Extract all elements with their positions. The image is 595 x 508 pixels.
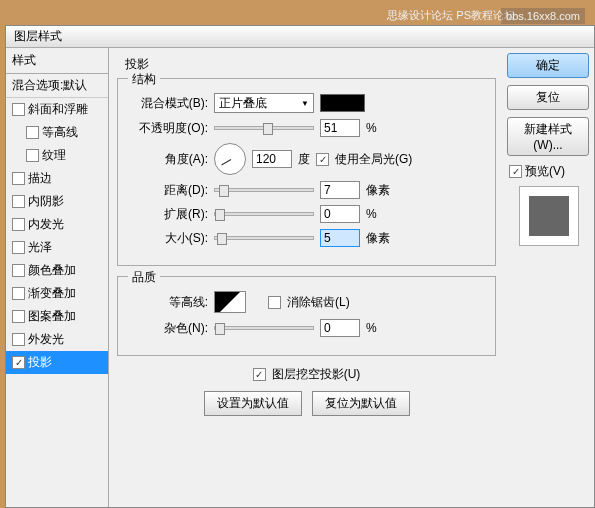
noise-slider[interactable] <box>214 326 314 330</box>
style-label: 渐变叠加 <box>28 285 76 302</box>
style-label: 图案叠加 <box>28 308 76 325</box>
antialias-label: 消除锯齿(L) <box>287 294 350 311</box>
blendmode-value: 正片叠底 <box>219 95 267 112</box>
global-light-checkbox[interactable] <box>316 153 329 166</box>
style-item[interactable]: 图案叠加 <box>6 305 108 328</box>
style-label: 描边 <box>28 170 52 187</box>
angle-input[interactable] <box>252 150 292 168</box>
size-input[interactable] <box>320 229 360 247</box>
cancel-button[interactable]: 复位 <box>507 85 589 110</box>
distance-input[interactable] <box>320 181 360 199</box>
size-unit: 像素 <box>366 230 390 247</box>
preview-checkbox[interactable] <box>509 165 522 178</box>
style-label: 光泽 <box>28 239 52 256</box>
style-checkbox[interactable] <box>12 195 25 208</box>
style-label: 颜色叠加 <box>28 262 76 279</box>
style-checkbox[interactable] <box>12 333 25 346</box>
style-label: 内阴影 <box>28 193 64 210</box>
distance-label: 距离(D): <box>128 182 208 199</box>
reset-default-button[interactable]: 复位为默认值 <box>312 391 410 416</box>
size-label: 大小(S): <box>128 230 208 247</box>
angle-dial[interactable] <box>214 143 246 175</box>
knockout-label: 图层挖空投影(U) <box>272 366 361 383</box>
styles-panel: 样式 混合选项:默认 斜面和浮雕等高线纹理描边内阴影内发光光泽颜色叠加渐变叠加图… <box>6 48 109 507</box>
preview-box <box>519 186 579 246</box>
style-item[interactable]: 渐变叠加 <box>6 282 108 305</box>
noise-input[interactable] <box>320 319 360 337</box>
slider-thumb[interactable] <box>217 233 227 245</box>
new-style-button[interactable]: 新建样式(W)... <box>507 117 589 156</box>
make-default-button[interactable]: 设置为默认值 <box>204 391 302 416</box>
slider-thumb[interactable] <box>215 323 225 335</box>
style-item[interactable]: 纹理 <box>6 144 108 167</box>
spread-slider[interactable] <box>214 212 314 216</box>
style-item[interactable]: 外发光 <box>6 328 108 351</box>
distance-unit: 像素 <box>366 182 390 199</box>
structure-fieldset: 结构 混合模式(B): 正片叠底 ▼ 不透明度(O): % 角度(A): <box>117 78 496 266</box>
style-checkbox[interactable] <box>12 356 25 369</box>
style-checkbox[interactable] <box>12 103 25 116</box>
style-list: 混合选项:默认 斜面和浮雕等高线纹理描边内阴影内发光光泽颜色叠加渐变叠加图案叠加… <box>6 74 108 374</box>
quality-fieldset: 品质 等高线: 消除锯齿(L) 杂色(N): % <box>117 276 496 356</box>
style-item[interactable]: 内发光 <box>6 213 108 236</box>
panel-title: 投影 <box>117 56 496 73</box>
distance-slider[interactable] <box>214 188 314 192</box>
structure-legend: 结构 <box>128 71 160 88</box>
ok-button[interactable]: 确定 <box>507 53 589 78</box>
style-checkbox[interactable] <box>12 287 25 300</box>
style-item[interactable]: 斜面和浮雕 <box>6 98 108 121</box>
style-item[interactable]: 投影 <box>6 351 108 374</box>
slider-thumb[interactable] <box>219 185 229 197</box>
blendmode-label: 混合模式(B): <box>128 95 208 112</box>
style-checkbox[interactable] <box>12 241 25 254</box>
style-item[interactable]: 光泽 <box>6 236 108 259</box>
style-item[interactable]: 颜色叠加 <box>6 259 108 282</box>
shadow-color-swatch[interactable] <box>320 94 365 112</box>
style-label: 纹理 <box>42 147 66 164</box>
spread-unit: % <box>366 207 377 221</box>
style-checkbox[interactable] <box>12 264 25 277</box>
preview-swatch <box>529 196 569 236</box>
watermark-text: 思缘设计论坛 PS教程论坛 <box>387 8 515 23</box>
titlebar-text: 图层样式 <box>14 28 62 45</box>
contour-picker[interactable] <box>214 291 246 313</box>
blending-options-label: 混合选项:默认 <box>12 77 87 94</box>
style-checkbox[interactable] <box>12 218 25 231</box>
blending-options-row[interactable]: 混合选项:默认 <box>6 74 108 98</box>
blendmode-select[interactable]: 正片叠底 ▼ <box>214 93 314 113</box>
size-slider[interactable] <box>214 236 314 240</box>
slider-thumb[interactable] <box>263 123 273 135</box>
style-checkbox[interactable] <box>12 310 25 323</box>
contour-label: 等高线: <box>128 294 208 311</box>
style-label: 斜面和浮雕 <box>28 101 88 118</box>
style-checkbox[interactable] <box>26 149 39 162</box>
style-checkbox[interactable] <box>12 172 25 185</box>
quality-legend: 品质 <box>128 269 160 286</box>
opacity-slider[interactable] <box>214 126 314 130</box>
layer-style-dialog: 图层样式 样式 混合选项:默认 斜面和浮雕等高线纹理描边内阴影内发光光泽颜色叠加… <box>5 25 595 508</box>
style-label: 等高线 <box>42 124 78 141</box>
style-item[interactable]: 描边 <box>6 167 108 190</box>
dialog-content: 样式 混合选项:默认 斜面和浮雕等高线纹理描边内阴影内发光光泽颜色叠加渐变叠加图… <box>6 48 594 507</box>
settings-panel: 投影 结构 混合模式(B): 正片叠底 ▼ 不透明度(O): % <box>109 48 504 507</box>
opacity-input[interactable] <box>320 119 360 137</box>
watermark-url: bbs.16xx8.com <box>501 8 585 24</box>
spread-label: 扩展(R): <box>128 206 208 223</box>
titlebar[interactable]: 图层样式 <box>6 26 594 48</box>
style-item[interactable]: 等高线 <box>6 121 108 144</box>
angle-unit: 度 <box>298 151 310 168</box>
knockout-checkbox[interactable] <box>253 368 266 381</box>
spread-input[interactable] <box>320 205 360 223</box>
style-label: 投影 <box>28 354 52 371</box>
antialias-checkbox[interactable] <box>268 296 281 309</box>
preview-label: 预览(V) <box>525 163 565 180</box>
style-label: 内发光 <box>28 216 64 233</box>
global-light-label: 使用全局光(G) <box>335 151 412 168</box>
slider-thumb[interactable] <box>215 209 225 221</box>
style-item[interactable]: 内阴影 <box>6 190 108 213</box>
noise-unit: % <box>366 321 377 335</box>
styles-header: 样式 <box>6 48 108 74</box>
opacity-label: 不透明度(O): <box>128 120 208 137</box>
dropdown-arrow-icon: ▼ <box>301 99 309 108</box>
style-checkbox[interactable] <box>26 126 39 139</box>
